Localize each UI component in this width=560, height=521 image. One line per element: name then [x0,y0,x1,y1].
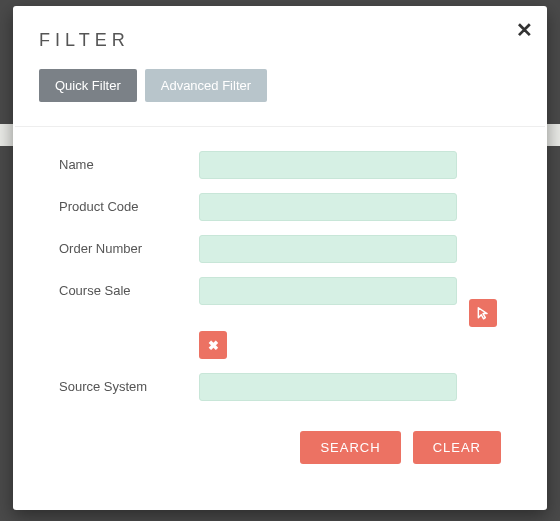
label-source-system: Source System [59,373,199,394]
pointer-icon [476,306,490,320]
input-course-sale[interactable] [199,277,457,305]
modal-title: FILTER [39,30,521,51]
input-source-system[interactable] [199,373,457,401]
label-order-number: Order Number [59,235,199,256]
search-button[interactable]: SEARCH [300,431,400,464]
label-course-sale: Course Sale [59,277,199,298]
filter-modal: FILTER ✕ Quick Filter Advanced Filter Na… [13,6,547,510]
remove-icon: ✖ [208,338,219,353]
filter-form: Name Product Code Order Number Course Sa… [13,127,547,425]
input-order-number[interactable] [199,235,457,263]
label-name: Name [59,151,199,172]
close-icon[interactable]: ✕ [516,20,533,40]
select-course-sale-button[interactable] [469,299,497,327]
input-name[interactable] [199,151,457,179]
tab-quick-filter[interactable]: Quick Filter [39,69,137,102]
clear-button[interactable]: CLEAR [413,431,501,464]
remove-course-sale-button[interactable]: ✖ [199,331,227,359]
input-product-code[interactable] [199,193,457,221]
tab-advanced-filter[interactable]: Advanced Filter [145,69,267,102]
label-product-code: Product Code [59,193,199,214]
